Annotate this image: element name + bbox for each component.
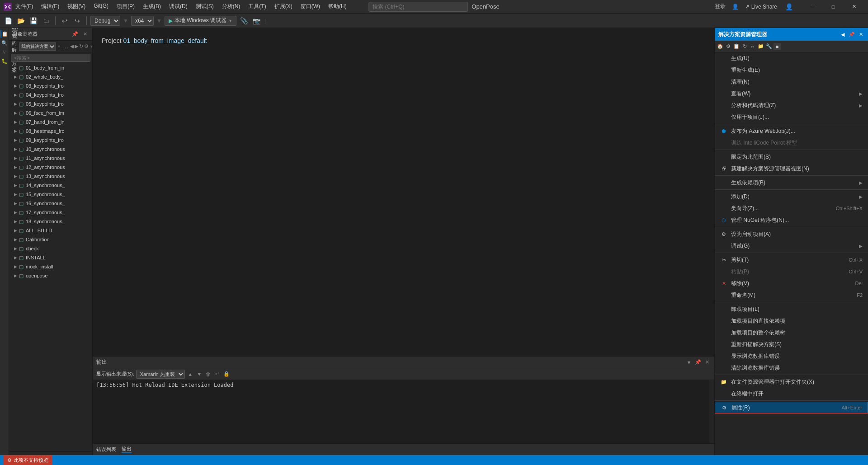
se-arrow-left[interactable]: ◀ [839,31,846,38]
toolbar-redo[interactable]: ↪ [72,15,83,26]
tree-item[interactable]: ▶▢openpose [9,271,92,280]
menu-help[interactable]: 帮助(H) [325,1,350,12]
tree-item[interactable]: ▶▢01_body_from_in [9,63,92,72]
menu-debug[interactable]: 调试(D) [165,1,191,12]
panel-close-icon[interactable]: ✕ [81,31,89,38]
activity-git[interactable]: ⑂ [0,48,9,56]
activity-debug[interactable]: 🐛 [0,57,9,65]
menu-project[interactable]: 项目(P) [113,1,138,12]
toolbar-screenshot[interactable]: 📷 [251,15,262,26]
bottom-panel-collapse[interactable]: ▼ [685,359,693,366]
solution-search[interactable] [11,54,90,62]
explorer-settings[interactable]: ⚙ [84,43,89,50]
output-wrap[interactable]: ↵ [214,371,221,378]
se-folder[interactable]: 📁 [757,43,764,50]
menu-git[interactable]: Git(G) [90,1,112,12]
tree-item[interactable]: ▶▢Calibration [9,235,92,244]
context-menu-item-remove[interactable]: ✕移除(V)Del [715,277,868,289]
debug-config-select[interactable]: Debug [90,16,120,26]
context-menu-item-scope[interactable]: 限定为此范围(S) [715,151,868,163]
tree-item[interactable]: ▶▢03_keypoints_fro [9,81,92,90]
context-menu-item-debug[interactable]: 调试(G)▶ [715,240,868,252]
context-menu-item-show_db_errors[interactable]: 显示浏览数据库错误 [715,350,868,362]
context-menu-item-load_all[interactable]: 加载项目的整个依赖树 [715,327,868,338]
se-copy[interactable]: 📋 [733,43,740,50]
toolbar-attach[interactable]: 📎 [238,15,249,26]
profile-icon[interactable]: 👤 [783,2,795,11]
toolbar-save[interactable]: 💾 [28,15,39,26]
toolbar-undo[interactable]: ↩ [59,15,70,26]
run-button[interactable]: ▶ 本地 Windows 调试器 ▼ [165,16,236,26]
signin-button[interactable]: 登录 [712,2,728,11]
menu-view[interactable]: 视图(V) [64,1,89,12]
tree-item[interactable]: ▶▢13_asynchronous [9,172,92,181]
tree-item[interactable]: ▶▢02_whole_body_ [9,72,92,81]
tree-item[interactable]: ▶▢06_face_from_im [9,108,92,117]
context-menu-item-navigate_to[interactable]: 类向导(Z)...Ctrl+Shift+X [715,202,868,214]
menu-file[interactable]: 文件(F) [12,1,37,12]
menu-tools[interactable]: 工具(T) [245,1,269,12]
output-scrollbar[interactable] [709,380,714,443]
output-clear[interactable]: 🗑 [205,371,212,378]
se-pin[interactable]: 📌 [848,31,855,38]
context-menu-item-load_direct[interactable]: 加载项目的直接依赖项 [715,315,868,327]
tab-output[interactable]: 输出 [122,446,132,453]
explorer-nav-forward[interactable]: ▶ [75,43,78,50]
tree-item[interactable]: ▶▢check [9,244,92,253]
output-scroll-up[interactable]: ▲ [187,371,194,378]
context-menu-item-view[interactable]: 查看(W)▶ [715,88,868,99]
se-home[interactable]: 🏠 [717,43,724,50]
tree-item[interactable]: ▶▢16_synchronous_ [9,199,92,208]
context-menu-item-unload[interactable]: 卸载项目(L) [715,303,868,315]
search-input[interactable] [368,2,468,12]
menu-analyze[interactable]: 分析(N) [218,1,244,12]
context-menu-item-cut[interactable]: ✂剪切(T)Ctrl+X [715,254,868,266]
se-close[interactable]: ✕ [857,31,864,38]
live-share-button[interactable]: ↗ Live Share [742,3,780,11]
context-menu-item-clear_db_errors[interactable]: 清除浏览数据库错误 [715,362,868,374]
se-refresh[interactable]: ↻ [741,43,748,50]
bottom-panel-pin[interactable]: 📌 [694,359,702,366]
activity-explorer[interactable]: 📋 [0,30,9,38]
tree-item[interactable]: ▶▢17_synchronous_ [9,208,92,217]
minimize-button[interactable]: ─ [802,0,823,14]
tree-item[interactable]: ▶▢14_synchronous_ [9,181,92,190]
tree-item[interactable]: ▶▢09_keypoints_fro [9,136,92,145]
tree-item[interactable]: ▶▢10_asynchronous [9,145,92,154]
se-settings[interactable]: ⚙ [725,43,732,50]
tree-item[interactable]: ▶▢08_heatmaps_fro [9,127,92,136]
tree-item[interactable]: ▶▢05_keypoints_fro [9,99,92,108]
context-menu-item-set_startup[interactable]: ⚙设为启动项目(A) [715,228,868,240]
toolbar-open[interactable]: 📂 [15,15,26,26]
restore-button[interactable]: □ [823,0,844,14]
menu-test[interactable]: 测试(S) [192,1,217,12]
context-menu-item-rescan[interactable]: 重新扫描解决方案(S) [715,338,868,350]
tree-item[interactable]: ▶▢07_hand_from_in [9,117,92,127]
explorer-nav-back[interactable]: ◀ [70,43,74,50]
context-menu-item-new_view[interactable]: 🗗新建解决方案资源管理器视图(N) [715,163,868,174]
run-dropdown-icon[interactable]: ▼ [228,19,232,23]
output-lock[interactable]: 🔒 [223,371,230,378]
context-menu-item-rebuild[interactable]: 重新生成(E) [715,64,868,76]
context-menu-item-open_terminal[interactable]: 在终端中打开 [715,388,868,399]
output-source-select[interactable]: Xamarin 热重装 [136,370,185,379]
se-active[interactable]: ■ [774,43,781,50]
menu-build[interactable]: 生成(B) [139,1,165,12]
tab-errors[interactable]: 错误列表 [96,446,116,453]
bottom-panel-close[interactable]: ✕ [703,359,711,366]
menu-extensions[interactable]: 扩展(X) [271,1,296,12]
menu-window[interactable]: 窗口(W) [297,1,324,12]
context-menu-item-clean[interactable]: 清理(N) [715,76,868,88]
context-menu-item-nuget[interactable]: ⬡管理 NuGet 程序包(N)... [715,214,868,226]
context-menu-item-dependencies[interactable]: 生成依赖项(B)▶ [715,177,868,188]
tree-item[interactable]: ▶▢15_synchronous_ [9,190,92,199]
output-scroll-down[interactable]: ▼ [196,371,203,378]
se-nav[interactable]: ↔ [749,43,756,50]
explorer-sync[interactable]: ↻ [79,43,83,50]
tree-item[interactable]: ▶▢INSTALL [9,253,92,262]
menu-edit[interactable]: 编辑(E) [38,1,63,12]
context-menu-item-rename[interactable]: 重命名(M)F2 [715,289,868,301]
platform-select[interactable]: x64 [131,16,154,26]
status-error-item[interactable]: ⚙ 此项不支持预览 [4,455,52,465]
tree-item[interactable]: ▶▢mock_install [9,262,92,271]
